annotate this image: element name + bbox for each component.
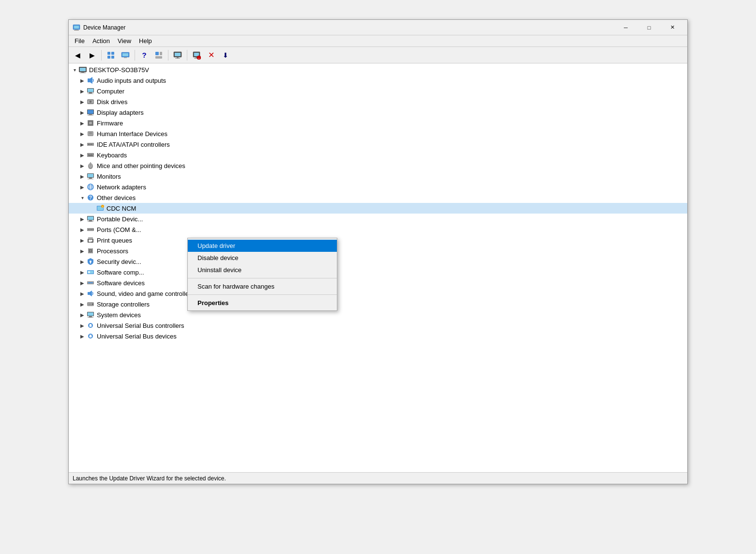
tree-item-sound[interactable]: ▶ Sound, video and game controllers <box>69 288 687 299</box>
svg-rect-69 <box>88 179 93 179</box>
usbdev-expand-icon[interactable]: ▶ <box>78 332 86 340</box>
softdev-expand-icon[interactable]: ▶ <box>78 279 86 287</box>
update-button[interactable]: ⬇ <box>219 49 232 62</box>
scan-button[interactable]: + <box>190 49 203 62</box>
system-expand-icon[interactable]: ▶ <box>78 311 86 319</box>
svg-rect-4 <box>107 52 110 55</box>
tree-item-keyboards[interactable]: ▶ Keyboards <box>69 150 687 160</box>
tree-item-firmware[interactable]: ▶ Firmware <box>69 118 687 128</box>
tree-item-computer[interactable]: ▶ Computer <box>69 86 687 96</box>
security-expand-icon[interactable]: ▶ <box>78 258 86 265</box>
tree-item-hid[interactable]: ▶ Human Interface Devices <box>69 128 687 139</box>
tree-view[interactable]: ▾ DESKTOP-SO3B75V ▶ Audio inputs and out… <box>69 63 687 472</box>
tree-root[interactable]: ▾ DESKTOP-SO3B75V <box>69 64 687 75</box>
sound-expand-icon[interactable]: ▶ <box>78 290 86 297</box>
toolbar-sep-2 <box>135 50 135 61</box>
ports-expand-icon[interactable]: ▶ <box>78 226 86 233</box>
back-button[interactable]: ◀ <box>71 49 84 62</box>
tree-item-ide[interactable]: ▶ IDE ATA/ATAPI controllers <box>69 139 687 150</box>
app-icon <box>73 24 80 31</box>
help-button[interactable]: ? <box>137 49 151 62</box>
network-label: Network adapters <box>97 184 146 191</box>
minimize-button[interactable]: ─ <box>615 20 637 35</box>
tree-item-display[interactable]: ▶ Display adapters <box>69 107 687 118</box>
tree-item-softcomp[interactable]: ▶ Software comp... <box>69 267 687 277</box>
svg-rect-1 <box>74 26 79 29</box>
svg-rect-5 <box>111 52 114 55</box>
hid-expand-icon[interactable]: ▶ <box>78 130 86 138</box>
other-expand-icon[interactable]: ▾ <box>78 194 86 201</box>
close-button[interactable]: ✕ <box>661 20 683 35</box>
svg-rect-11 <box>155 52 159 55</box>
monitor-button[interactable] <box>171 49 184 62</box>
firmware-expand-icon[interactable]: ▶ <box>78 119 86 127</box>
mice-icon <box>86 161 95 170</box>
tree-item-portable[interactable]: ▶ Portable Devic... <box>69 214 687 224</box>
svg-rect-83 <box>89 220 92 221</box>
root-expand-icon[interactable]: ▾ <box>71 66 78 74</box>
svg-rect-13 <box>155 56 162 59</box>
ctx-disable-device[interactable]: Disable device <box>188 252 337 264</box>
print-expand-icon[interactable]: ▶ <box>78 236 86 244</box>
view-button[interactable] <box>152 49 166 62</box>
tree-item-audio[interactable]: ▶ Audio inputs and outputs <box>69 75 687 86</box>
disk-label: Disk drives <box>97 98 128 106</box>
storage-expand-icon[interactable]: ▶ <box>78 300 86 308</box>
menu-help[interactable]: Help <box>135 36 156 46</box>
uninstall-button[interactable]: ✕ <box>204 49 218 62</box>
tree-item-security[interactable]: ▶ Security devic... <box>69 256 687 267</box>
root-label: DESKTOP-SO3B75V <box>89 66 149 74</box>
computer-expand-icon[interactable]: ▶ <box>78 87 86 95</box>
svg-rect-44 <box>89 122 92 124</box>
ctx-uninstall-device[interactable]: Uninstall device <box>188 264 337 276</box>
ctx-sep-1 <box>188 278 337 278</box>
svg-rect-117 <box>88 317 93 318</box>
ctx-properties[interactable]: Properties <box>188 297 337 309</box>
tree-item-usb[interactable]: ▶ Universal Serial Bus controllers <box>69 320 687 331</box>
cdc-expand-icon <box>88 204 96 212</box>
ctx-update-driver[interactable]: Update driver <box>188 240 337 252</box>
mice-expand-icon[interactable]: ▶ <box>78 162 86 169</box>
system-icon <box>86 310 95 319</box>
menu-file[interactable]: File <box>71 36 89 46</box>
monitors-expand-icon[interactable]: ▶ <box>78 172 86 180</box>
tree-item-processors[interactable]: ▶ Processors <box>69 246 687 256</box>
maximize-button[interactable]: □ <box>638 20 660 35</box>
portable-expand-icon[interactable]: ▶ <box>78 215 86 223</box>
tree-item-usbdev[interactable]: ▶ Universal Serial Bus devices <box>69 331 687 341</box>
ports-icon <box>86 225 95 234</box>
network-expand-icon[interactable]: ▶ <box>78 183 86 191</box>
keyboards-expand-icon[interactable]: ▶ <box>78 151 86 159</box>
firmware-label: Firmware <box>97 120 123 127</box>
svg-rect-67 <box>88 174 93 177</box>
ide-expand-icon[interactable]: ▶ <box>78 140 86 148</box>
usb-expand-icon[interactable]: ▶ <box>78 322 86 329</box>
tree-item-network[interactable]: ▶ Network adapters <box>69 182 687 192</box>
tree-item-other[interactable]: ▾ ? Other devices <box>69 192 687 203</box>
tree-item-ports[interactable]: ▶ Ports (COM &... <box>69 224 687 235</box>
menu-view[interactable]: View <box>114 36 135 46</box>
show-hide-button[interactable] <box>104 49 118 62</box>
tree-item-print[interactable]: ▶ Print queues <box>69 235 687 246</box>
tree-item-disk[interactable]: ▶ Disk drives <box>69 96 687 107</box>
tree-item-system[interactable]: ▶ System devices <box>69 309 687 320</box>
tree-item-storage[interactable]: ▶ Storage controllers <box>69 299 687 309</box>
ctx-scan-hardware[interactable]: Scan for hardware changes <box>188 280 337 292</box>
svg-rect-95 <box>89 242 91 242</box>
svg-rect-32 <box>89 92 92 93</box>
tree-item-monitors[interactable]: ▶ Monitors <box>69 171 687 182</box>
disk-expand-icon[interactable]: ▶ <box>78 98 86 106</box>
show-devices-button[interactable] <box>119 49 132 62</box>
tree-item-cdc[interactable]: ! CDC NCM <box>69 203 687 214</box>
menu-action[interactable]: Action <box>89 36 114 46</box>
tree-item-softdev[interactable]: ▶ Software devices <box>69 277 687 288</box>
tree-item-mice[interactable]: ▶ Mice and other pointing devices <box>69 160 687 171</box>
audio-expand-icon[interactable]: ▶ <box>78 77 86 84</box>
svg-rect-104 <box>88 271 90 273</box>
forward-button[interactable]: ▶ <box>85 49 99 62</box>
svg-rect-68 <box>89 178 92 179</box>
display-icon <box>86 108 95 117</box>
softcomp-expand-icon[interactable]: ▶ <box>78 268 86 276</box>
processors-expand-icon[interactable]: ▶ <box>78 247 86 255</box>
display-expand-icon[interactable]: ▶ <box>78 108 86 116</box>
